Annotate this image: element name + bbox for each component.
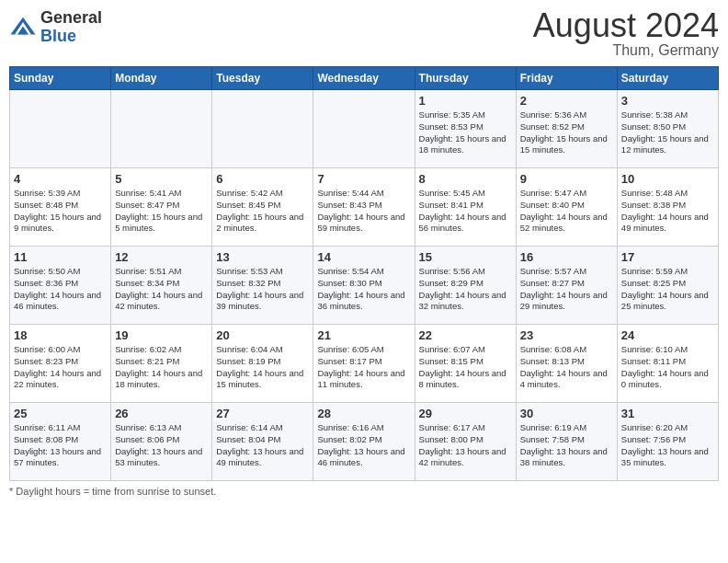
day-number: 15 [419,250,512,264]
day-detail: Sunrise: 5:42 AM Sunset: 8:45 PM Dayligh… [216,188,309,235]
day-cell: 10Sunrise: 5:48 AM Sunset: 8:38 PM Dayli… [617,168,718,247]
day-number: 10 [621,172,714,186]
logo-icon [9,14,37,41]
day-number: 24 [621,328,714,342]
logo: General Blue [9,9,102,46]
day-detail: Sunrise: 5:35 AM Sunset: 8:53 PM Dayligh… [419,109,512,156]
day-cell: 2Sunrise: 5:36 AM Sunset: 8:52 PM Daylig… [516,90,617,168]
day-cell: 16Sunrise: 5:57 AM Sunset: 8:27 PM Dayli… [516,247,617,325]
day-cell: 22Sunrise: 6:07 AM Sunset: 8:15 PM Dayli… [415,325,516,403]
day-number: 12 [115,250,208,264]
day-number: 5 [115,172,208,186]
day-detail: Sunrise: 5:59 AM Sunset: 8:25 PM Dayligh… [621,266,714,313]
logo-general: General [40,9,102,28]
calendar-body: 1Sunrise: 5:35 AM Sunset: 8:53 PM Daylig… [10,90,719,481]
day-cell: 17Sunrise: 5:59 AM Sunset: 8:25 PM Dayli… [617,247,718,325]
day-detail: Sunrise: 5:36 AM Sunset: 8:52 PM Dayligh… [520,109,613,156]
header-row: SundayMondayTuesdayWednesdayThursdayFrid… [10,67,719,90]
day-detail: Sunrise: 6:10 AM Sunset: 8:11 PM Dayligh… [621,344,714,391]
day-detail: Sunrise: 5:54 AM Sunset: 8:30 PM Dayligh… [317,266,410,313]
day-detail: Sunrise: 5:38 AM Sunset: 8:50 PM Dayligh… [621,109,714,156]
day-detail: Sunrise: 5:51 AM Sunset: 8:34 PM Dayligh… [115,266,208,313]
day-cell: 12Sunrise: 5:51 AM Sunset: 8:34 PM Dayli… [111,247,212,325]
col-header-friday: Friday [516,67,617,90]
day-cell: 27Sunrise: 6:14 AM Sunset: 8:04 PM Dayli… [212,403,313,481]
day-detail: Sunrise: 6:05 AM Sunset: 8:17 PM Dayligh… [317,344,410,391]
day-number: 23 [520,328,613,342]
day-number: 6 [216,172,309,186]
day-number: 1 [419,94,512,108]
day-cell: 13Sunrise: 5:53 AM Sunset: 8:32 PM Dayli… [212,247,313,325]
day-detail: Sunrise: 6:00 AM Sunset: 8:23 PM Dayligh… [14,344,107,391]
day-cell: 11Sunrise: 5:50 AM Sunset: 8:36 PM Dayli… [10,247,111,325]
day-number: 21 [317,328,410,342]
day-number: 13 [216,250,309,264]
day-number: 27 [216,407,309,420]
day-detail: Sunrise: 6:02 AM Sunset: 8:21 PM Dayligh… [115,344,208,391]
day-detail: Sunrise: 5:57 AM Sunset: 8:27 PM Dayligh… [520,266,613,313]
logo-text: General Blue [40,9,102,46]
day-number: 22 [419,328,512,342]
day-cell: 30Sunrise: 6:19 AM Sunset: 7:58 PM Dayli… [516,403,617,481]
col-header-sunday: Sunday [10,67,111,90]
day-detail: Sunrise: 6:11 AM Sunset: 8:08 PM Dayligh… [14,422,107,469]
day-number: 4 [14,172,107,186]
col-header-wednesday: Wednesday [313,67,415,90]
day-cell: 18Sunrise: 6:00 AM Sunset: 8:23 PM Dayli… [10,325,111,403]
day-detail: Sunrise: 5:47 AM Sunset: 8:40 PM Dayligh… [520,188,613,235]
col-header-thursday: Thursday [415,67,516,90]
day-number: 9 [520,172,613,186]
day-cell: 28Sunrise: 6:16 AM Sunset: 8:02 PM Dayli… [313,403,415,481]
day-cell: 20Sunrise: 6:04 AM Sunset: 8:19 PM Dayli… [212,325,313,403]
day-number: 29 [419,407,512,420]
day-cell [10,90,111,168]
day-number: 19 [115,328,208,342]
day-cell: 7Sunrise: 5:44 AM Sunset: 8:43 PM Daylig… [313,168,415,247]
day-cell: 4Sunrise: 5:39 AM Sunset: 8:48 PM Daylig… [10,168,111,247]
day-cell: 24Sunrise: 6:10 AM Sunset: 8:11 PM Dayli… [617,325,718,403]
day-detail: Sunrise: 5:53 AM Sunset: 8:32 PM Dayligh… [216,266,309,313]
day-cell: 15Sunrise: 5:56 AM Sunset: 8:29 PM Dayli… [415,247,516,325]
day-cell: 6Sunrise: 5:42 AM Sunset: 8:45 PM Daylig… [212,168,313,247]
week-row-5: 25Sunrise: 6:11 AM Sunset: 8:08 PM Dayli… [10,403,719,481]
day-number: 16 [520,250,613,264]
day-detail: Sunrise: 5:44 AM Sunset: 8:43 PM Dayligh… [317,188,410,235]
week-row-1: 1Sunrise: 5:35 AM Sunset: 8:53 PM Daylig… [10,90,719,168]
day-number: 3 [621,94,714,108]
calendar-table: SundayMondayTuesdayWednesdayThursdayFrid… [9,66,719,481]
day-detail: Sunrise: 6:19 AM Sunset: 7:58 PM Dayligh… [520,422,613,469]
calendar-header: SundayMondayTuesdayWednesdayThursdayFrid… [10,67,719,90]
day-detail: Sunrise: 5:50 AM Sunset: 8:36 PM Dayligh… [14,266,107,313]
location: Thum, Germany [533,42,719,59]
day-number: 31 [621,407,714,420]
day-cell: 25Sunrise: 6:11 AM Sunset: 8:08 PM Dayli… [10,403,111,481]
week-row-4: 18Sunrise: 6:00 AM Sunset: 8:23 PM Dayli… [10,325,719,403]
week-row-2: 4Sunrise: 5:39 AM Sunset: 8:48 PM Daylig… [10,168,719,247]
col-header-saturday: Saturday [617,67,718,90]
month-year: August 2024 [533,9,719,42]
day-detail: Sunrise: 6:20 AM Sunset: 7:56 PM Dayligh… [621,422,714,469]
day-number: 11 [14,250,107,264]
day-detail: Sunrise: 5:56 AM Sunset: 8:29 PM Dayligh… [419,266,512,313]
title-block: August 2024 Thum, Germany [533,9,719,59]
col-header-monday: Monday [111,67,212,90]
day-detail: Sunrise: 5:41 AM Sunset: 8:47 PM Dayligh… [115,188,208,235]
day-cell: 29Sunrise: 6:17 AM Sunset: 8:00 PM Dayli… [415,403,516,481]
day-number: 28 [317,407,410,420]
day-cell [111,90,212,168]
day-cell [212,90,313,168]
day-number: 8 [419,172,512,186]
day-cell: 31Sunrise: 6:20 AM Sunset: 7:56 PM Dayli… [617,403,718,481]
day-detail: Sunrise: 5:48 AM Sunset: 8:38 PM Dayligh… [621,188,714,235]
week-row-3: 11Sunrise: 5:50 AM Sunset: 8:36 PM Dayli… [10,247,719,325]
day-number: 18 [14,328,107,342]
day-cell [313,90,415,168]
day-cell: 23Sunrise: 6:08 AM Sunset: 8:13 PM Dayli… [516,325,617,403]
day-number: 30 [520,407,613,420]
day-detail: Sunrise: 6:07 AM Sunset: 8:15 PM Dayligh… [419,344,512,391]
day-cell: 14Sunrise: 5:54 AM Sunset: 8:30 PM Dayli… [313,247,415,325]
day-number: 2 [520,94,613,108]
day-number: 25 [14,407,107,420]
day-cell: 3Sunrise: 5:38 AM Sunset: 8:50 PM Daylig… [617,90,718,168]
day-number: 14 [317,250,410,264]
